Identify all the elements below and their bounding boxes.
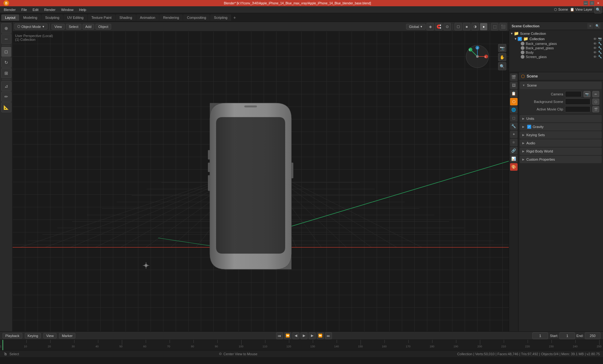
menu-help[interactable]: Help <box>77 7 89 12</box>
gravity-section-header[interactable]: ▶ ✓ Gravity <box>520 123 602 131</box>
toolbar-scale[interactable]: ⊞ <box>1 68 11 78</box>
collection-eye-icon[interactable]: 👁 <box>593 37 597 41</box>
audio-section-header[interactable]: ▶ Audio <box>520 139 602 147</box>
add-workspace-btn[interactable]: + <box>231 14 238 21</box>
search-btn[interactable]: 🔍 <box>594 6 602 13</box>
tab-sculpting[interactable]: Sculpting <box>41 14 63 21</box>
camera-view-btn[interactable]: 📷 <box>498 44 506 52</box>
menu-file[interactable]: File <box>19 7 30 12</box>
pivot-point[interactable]: ◈ <box>426 23 434 30</box>
tab-layout[interactable]: Layout <box>1 14 19 21</box>
play-btn[interactable]: ▶ <box>301 332 307 339</box>
tab-uv-editing[interactable]: UV Editing <box>63 14 87 21</box>
tab-animation[interactable]: Animation <box>136 14 159 21</box>
outliner-scene-collection[interactable]: ▼ 📁 Scene Collection <box>509 31 603 36</box>
marker-menu[interactable]: Marker <box>59 333 75 339</box>
back-panel-glass-eye[interactable]: 👁 <box>593 46 597 50</box>
jump-start-btn[interactable]: ⏮ <box>276 332 283 339</box>
outliner-back-panel-glass[interactable]: ▶ Back_panel_glass 👁 🔧 <box>517 46 603 50</box>
next-keyframe-btn[interactable]: ▶ <box>309 332 316 339</box>
keying-sets-header[interactable]: ▶ Keying Sets <box>520 131 602 139</box>
background-scene-value[interactable] <box>565 99 590 105</box>
prop-tab-particles[interactable]: ✦ <box>510 131 518 138</box>
prop-tab-material[interactable]: 🎨 <box>510 163 518 171</box>
tab-texture-paint[interactable]: Texture Paint <box>88 14 115 21</box>
xray-toggle[interactable]: ⬛ <box>499 23 507 30</box>
menu-window[interactable]: Window <box>59 7 76 12</box>
close-button[interactable]: ✕ <box>596 1 600 5</box>
background-scene-pick-btn[interactable]: ⬡ <box>592 99 599 105</box>
tab-modeling[interactable]: Modeling <box>19 14 41 21</box>
hand-tool-btn[interactable]: ✋ <box>498 53 506 61</box>
prop-tab-physics[interactable]: ⚛ <box>510 139 518 146</box>
next-frame-btn[interactable]: ⏩ <box>317 332 324 339</box>
prop-tab-constraints[interactable]: 🔗 <box>510 147 518 154</box>
back-camera-glass-eye[interactable]: 👁 <box>593 42 597 46</box>
toolbar-cursor[interactable]: ⊕ <box>1 23 11 33</box>
minimize-button[interactable]: — <box>584 1 588 5</box>
body-eye[interactable]: 👁 <box>593 51 597 54</box>
outliner-back-camera-glass[interactable]: ▶ Back_camera_glass 👁 🔧 <box>517 41 603 46</box>
toolbar-move[interactable]: ↔ <box>1 34 11 44</box>
toolbar-annotate[interactable]: ✏ <box>1 92 11 102</box>
camera-value[interactable] <box>565 91 582 97</box>
toolbar-transform[interactable]: ⊿ <box>1 81 11 91</box>
select-menu[interactable]: Select <box>66 24 81 29</box>
back-camera-glass-cam[interactable]: 🔧 <box>598 42 602 46</box>
view-timeline-menu[interactable]: View <box>43 333 57 339</box>
prop-tab-data[interactable]: 📊 <box>510 155 518 163</box>
custom-properties-header[interactable]: ▶ Custom Properties <box>520 156 602 163</box>
prop-tab-world[interactable]: 🌐 <box>510 106 518 114</box>
proportional-edit[interactable]: ⊙ <box>443 23 451 30</box>
prop-tab-modifier[interactable]: 🔧 <box>510 122 518 130</box>
snap-toggle[interactable]: 🧲 <box>435 23 443 30</box>
transform-orientation[interactable]: Global ▼ <box>406 24 426 29</box>
maximize-button[interactable]: □ <box>590 1 594 5</box>
shade-rendered[interactable]: ● <box>480 23 487 30</box>
prop-tab-object[interactable]: ◻ <box>510 114 518 122</box>
add-menu[interactable]: Add <box>83 24 95 29</box>
tab-shading[interactable]: Shading <box>116 14 136 21</box>
current-frame-display[interactable]: 1 <box>532 332 548 339</box>
mode-selector[interactable]: ⬡ Object Mode ▼ <box>14 24 47 29</box>
outliner-filter-btn[interactable]: ≡ <box>587 23 594 29</box>
active-movie-clip-pick-btn[interactable]: 🎬 <box>592 106 599 112</box>
shade-material[interactable]: ◑ <box>471 23 479 30</box>
outliner-screen-glass[interactable]: ▶ Screen_glass 👁 🔧 <box>517 55 603 59</box>
collection-checkbox[interactable]: ✓ <box>518 37 522 41</box>
tab-rendering[interactable]: Rendering <box>159 14 183 21</box>
screen-glass-eye[interactable]: 👁 <box>593 55 597 59</box>
prop-tab-scene[interactable]: ⬡ <box>510 98 518 105</box>
view-menu[interactable]: View <box>52 24 65 29</box>
object-menu[interactable]: Object <box>95 24 111 29</box>
shade-wireframe[interactable]: ▢ <box>454 23 462 30</box>
tab-compositing[interactable]: Compositing <box>183 14 210 21</box>
viewport-content[interactable]: User Perspective (Local) (1) Collection <box>13 31 509 331</box>
camera-pick-btn[interactable]: 📷 <box>584 91 590 97</box>
prop-tab-view-layer[interactable]: 📋 <box>510 90 518 97</box>
zoom-btn[interactable]: 🔍 <box>498 62 506 70</box>
active-movie-clip-value[interactable] <box>565 106 590 112</box>
start-frame-input[interactable]: 1 <box>559 332 575 339</box>
screen-glass-cam[interactable]: 🔧 <box>598 55 602 59</box>
menu-blender[interactable]: Blender <box>1 7 18 12</box>
menu-edit[interactable]: Edit <box>30 7 41 12</box>
playback-menu[interactable]: Playback <box>3 333 22 339</box>
nav-gizmo[interactable]: X Y Z <box>465 44 490 69</box>
shade-solid[interactable]: ■ <box>463 23 470 30</box>
prop-tab-render[interactable]: 🎬 <box>510 73 518 81</box>
scene-section-header[interactable]: ▼ Scene <box>520 82 602 89</box>
outliner-body[interactable]: ▶ Body 👁 🔧 <box>517 50 603 55</box>
toolbar-measure[interactable]: 📐 <box>1 102 11 112</box>
prev-keyframe-btn[interactable]: ◀ <box>292 332 299 339</box>
collection-camera-icon[interactable]: 📷 <box>598 37 602 41</box>
overlay-toggle[interactable]: ⬚ <box>491 23 498 30</box>
toolbar-select[interactable]: □ <box>1 47 11 57</box>
body-cam[interactable]: 🔧 <box>598 51 602 54</box>
jump-end-btn[interactable]: ⏭ <box>325 332 332 339</box>
camera-edit-btn[interactable]: ✏ <box>592 91 599 97</box>
tab-scripting[interactable]: Scripting <box>210 14 231 21</box>
back-panel-glass-cam[interactable]: 🔧 <box>598 46 602 50</box>
units-section-header[interactable]: ▶ Units <box>520 115 602 122</box>
keying-menu[interactable]: Keying <box>25 333 41 339</box>
